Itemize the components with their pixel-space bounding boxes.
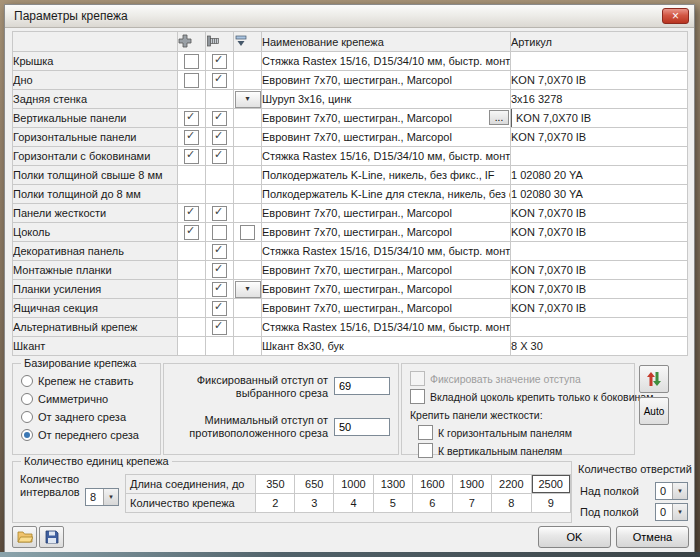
fastener-name-cell[interactable]: Евровинт 7x70, шестигран., Marcopol	[262, 204, 511, 223]
length-cell[interactable]: 2500	[531, 475, 571, 494]
row-label[interactable]: Полки толщиной до 8 мм	[13, 185, 178, 204]
fastener-checkbox[interactable]: ✓	[212, 73, 227, 88]
fastener-article-cell[interactable]: 1 02080 30 YA	[511, 185, 688, 204]
holes-below-combo[interactable]: 0 ▾	[655, 503, 688, 521]
fastener-article-cell[interactable]: KON 7,0X70 IB	[511, 128, 688, 147]
fastener-article-cell[interactable]: KON 7,0X70 IB	[511, 261, 688, 280]
fastener-name-cell[interactable]: Стяжка Rastex 15/16, D15/34/10 мм, быстр…	[262, 318, 511, 337]
save-button[interactable]	[39, 526, 64, 548]
swap-offset-button[interactable]	[639, 365, 669, 393]
fastener-checkbox[interactable]	[184, 54, 199, 69]
count-cell[interactable]: 7	[452, 494, 491, 513]
fastener-article-cell[interactable]: 1 02080 20 YA	[511, 166, 688, 185]
row-label[interactable]: Горизонтали с боковинами	[13, 147, 178, 166]
cancel-button[interactable]: Отмена	[616, 526, 689, 548]
row-label[interactable]: Монтажные планки	[13, 261, 178, 280]
length-cell[interactable]: 1600	[413, 475, 452, 494]
fastener-article-cell[interactable]: 8 X 30	[511, 337, 688, 356]
fastener-name-cell[interactable]: Шкант 8x30, бук	[262, 337, 511, 356]
count-cell[interactable]: 6	[413, 494, 452, 513]
basing-option-0[interactable]: Крепеж не ставить	[21, 374, 160, 387]
fastener-checkbox[interactable]: ✓	[212, 111, 227, 126]
fastener-checkbox[interactable]: ✓	[212, 282, 227, 297]
auto-button[interactable]: Auto	[639, 397, 669, 425]
fastener-variant-dropdown[interactable]: ▾	[235, 281, 261, 298]
header-article-column[interactable]: Артикул	[511, 32, 688, 52]
fastener-name-cell[interactable]: Стяжка Rastex 15/16, D15/34/10 мм, быстр…	[262, 147, 511, 166]
header-shelf-support[interactable]	[234, 32, 262, 52]
fastener-checkbox[interactable]: ✓	[212, 130, 227, 145]
fastener-article-cell[interactable]: KON 7,0X70 IB	[511, 299, 688, 318]
titlebar[interactable]: Параметры крепежа ×	[5, 5, 694, 28]
row-label[interactable]: Вертикальные панели	[13, 109, 178, 128]
fastener-checkbox[interactable]: ✓	[212, 320, 227, 335]
intervals-combo[interactable]: 8 ▾	[85, 488, 119, 506]
count-cell[interactable]: 3	[295, 494, 334, 513]
basing-option-2[interactable]: От заднего среза	[21, 410, 160, 423]
fastener-article-cell[interactable]: KON 7,0X70 IB	[511, 109, 688, 128]
fastener-name-cell[interactable]: Стяжка Rastex 15/16, D15/34/10 мм, быстр…	[262, 52, 511, 71]
fastener-article-cell[interactable]	[511, 52, 688, 71]
fastener-name-cell[interactable]: Евровинт 7x70, шестигран., Marcopol	[262, 223, 511, 242]
min-offset-input[interactable]	[334, 418, 390, 436]
row-label[interactable]: Декоративная панель	[13, 242, 178, 261]
row-label[interactable]: Шкант	[13, 337, 178, 356]
article-edit-field[interactable]: KON 7,0X70 IB	[511, 109, 688, 128]
length-cell[interactable]: 350	[256, 475, 295, 494]
count-cell[interactable]: 8	[492, 494, 531, 513]
row-label[interactable]: Планки усиления	[13, 280, 178, 299]
fastener-checkbox[interactable]	[240, 225, 255, 240]
row-label[interactable]: Задняя стенка	[13, 90, 178, 109]
fastener-checkbox[interactable]: ✓	[212, 206, 227, 221]
header-cross-dowel[interactable]	[178, 32, 206, 52]
fastener-checkbox[interactable]	[184, 73, 199, 88]
plinth-checkbox[interactable]: Вкладной цоколь крепить только к боковин…	[410, 390, 634, 403]
fastener-name-cell[interactable]: Шуруп 3x16, цинк	[262, 90, 511, 109]
row-label[interactable]: Панели жесткости	[13, 204, 178, 223]
fastener-checkbox[interactable]: ✓	[184, 130, 199, 145]
fastener-article-cell[interactable]: KON 7,0X70 IB	[511, 280, 688, 299]
row-label[interactable]: Цоколь	[13, 223, 178, 242]
length-cell[interactable]: 2200	[492, 475, 531, 494]
header-name-column[interactable]: Наименование крепежа	[262, 32, 511, 52]
holes-above-combo[interactable]: 0 ▾	[655, 482, 688, 500]
fastener-name-cell[interactable]: Евровинт 7x70, шестигран., Marcopol...	[262, 109, 511, 128]
fastener-name-cell[interactable]: Евровинт 7x70, шестигран., Marcopol	[262, 128, 511, 147]
count-cell[interactable]: 9	[531, 494, 571, 513]
fastener-checkbox[interactable]: ✓	[212, 263, 227, 278]
row-label[interactable]: Альтернативный крепеж	[13, 318, 178, 337]
fastener-checkbox[interactable]: ✓	[184, 111, 199, 126]
basing-option-3[interactable]: От переднего среза	[21, 428, 160, 441]
fastener-checkbox[interactable]: ✓	[212, 149, 227, 164]
row-label[interactable]: Крышка	[13, 52, 178, 71]
fastener-name-cell[interactable]: Евровинт 7x70, шестигран., Marcopol	[262, 280, 511, 299]
header-screw[interactable]	[206, 32, 234, 52]
row-label[interactable]: Полки толщиной свыше 8 мм	[13, 166, 178, 185]
count-cell[interactable]: 2	[256, 494, 295, 513]
row-label[interactable]: Ящичная секция	[13, 299, 178, 318]
fastener-checkbox[interactable]: ✓	[184, 149, 199, 164]
fastener-article-cell[interactable]	[511, 147, 688, 166]
fastener-article-cell[interactable]	[511, 242, 688, 261]
fastener-name-cell[interactable]: Евровинт 7x70, шестигран., Marcopol	[262, 299, 511, 318]
fastener-checkbox[interactable]: ✓	[184, 206, 199, 221]
fastener-name-cell[interactable]: Евровинт 7x70, шестигран., Marcopol	[262, 71, 511, 90]
close-button[interactable]: ×	[662, 8, 689, 24]
fastener-name-cell[interactable]: Евровинт 7x70, шестигран., Marcopol	[262, 261, 511, 280]
open-button[interactable]	[12, 526, 37, 548]
fastener-article-cell[interactable]	[511, 318, 688, 337]
count-cell[interactable]: 4	[334, 494, 373, 513]
length-cell[interactable]: 1300	[373, 475, 412, 494]
stiffness-vertical-checkbox[interactable]: К вертикальным панелям	[418, 444, 634, 457]
fastener-article-cell[interactable]: KON 7,0X70 IB	[511, 71, 688, 90]
fastener-article-cell[interactable]: 3x16 3278	[511, 90, 688, 109]
length-cell[interactable]: 650	[295, 475, 334, 494]
basing-option-1[interactable]: Симметрично	[21, 392, 160, 405]
fastener-checkbox[interactable]: ✓	[212, 301, 227, 316]
browse-fastener-button[interactable]: ...	[489, 110, 509, 125]
fastener-checkbox[interactable]: ✓	[212, 244, 227, 259]
count-cell[interactable]: 5	[373, 494, 412, 513]
stiffness-horizontal-checkbox[interactable]: К горизонтальным панелям	[418, 426, 634, 439]
fastener-checkbox[interactable]: ✓	[212, 54, 227, 69]
fastener-name-cell[interactable]: Полкодержатель K-Line, никель, без фикс.…	[262, 166, 511, 185]
